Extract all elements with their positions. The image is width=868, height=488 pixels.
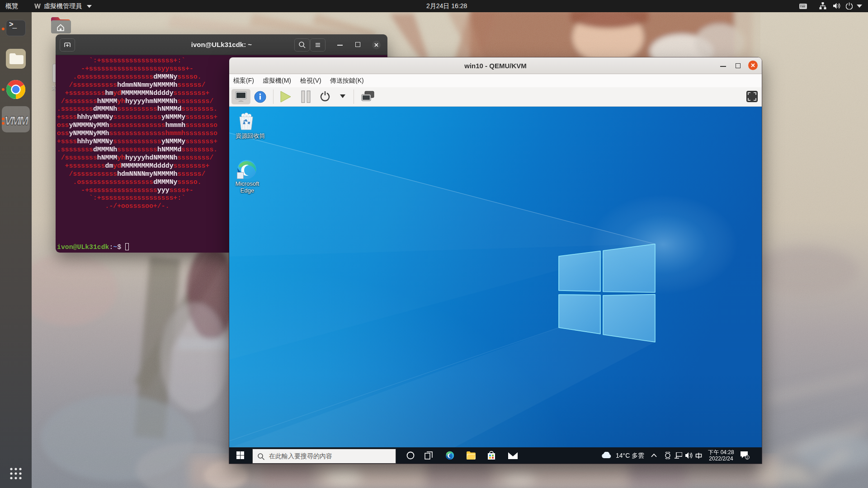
svg-text:VMM: VMM (5, 115, 28, 127)
svg-text:2: 2 (746, 455, 749, 460)
